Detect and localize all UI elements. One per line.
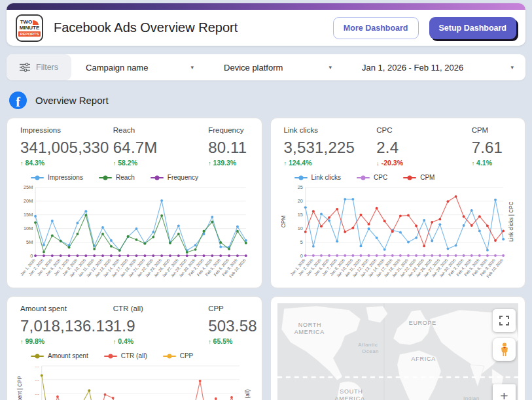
date-range-dropdown[interactable]: Jan 1, 2026 - Feb 11, 2026 ▾ — [362, 63, 514, 73]
kpi-label: Reach — [113, 126, 208, 134]
down-arrow-icon: ↓ — [376, 160, 380, 167]
amount-spent-ctr-cpp-chart[interactable]: ..................Jan 1, 2026Jan 2, 2026… — [16, 362, 253, 400]
map-zoom-in-button[interactable]: + — [493, 384, 516, 400]
legend-label: CPC — [374, 174, 387, 181]
legend-item[interactable]: Impressions — [31, 174, 83, 181]
legend-item[interactable]: CPC — [357, 174, 387, 181]
legend-label: Impressions — [48, 174, 83, 181]
logo-text-reports: REPORTS — [18, 31, 40, 37]
kpi-label: Amount spent — [20, 305, 113, 312]
svg-text:20: 20 — [297, 198, 302, 204]
kpi-cpm: CPM 7.61 ↑ 4.1% — [472, 126, 516, 167]
svg-text:25M: 25M — [24, 184, 33, 190]
kpi-delta: ↑ 65.5% — [208, 337, 252, 345]
filters-label: Filters — [36, 63, 58, 72]
kpi-value: 341,005,330 — [20, 139, 113, 157]
svg-text:...: ... — [35, 390, 39, 396]
header-gradient-bar — [7, 3, 525, 10]
legend-label: CPP — [180, 352, 194, 359]
kpi-label: Link clicks — [284, 126, 377, 134]
legend-item[interactable]: CPP — [163, 352, 194, 359]
kpi-delta: ↓ -20.3% — [376, 159, 471, 167]
map-label-europe: EUROPE — [408, 320, 436, 326]
kpi-reach: Reach 64.7M ↑ 58.2% — [113, 126, 208, 167]
legend-item[interactable]: CPM — [403, 174, 434, 181]
legend-item[interactable]: CTR (all) — [104, 352, 147, 359]
map-pegman-button[interactable] — [493, 338, 516, 361]
svg-text:10M: 10M — [24, 225, 33, 231]
legend-marker-icon — [31, 356, 44, 357]
kpi-ctr: CTR (all) 1.9 ↑ 0.4% — [113, 305, 208, 345]
chart-legend: Amount spentCTR (all)CPP — [16, 352, 253, 359]
filters-toggle[interactable]: Filters — [7, 54, 71, 80]
kpi-cpc: CPC 2.4 ↓ -20.3% — [376, 126, 471, 167]
kpi-value: 1.9 — [113, 317, 208, 335]
filters-bar: Filters Campaign name ▾ Device platform … — [7, 54, 525, 80]
legend-marker-icon — [163, 356, 176, 357]
setup-dashboard-button[interactable]: Setup Dashboard — [429, 17, 517, 39]
legend-marker-icon — [294, 177, 308, 178]
logo-pie-icon — [33, 20, 39, 25]
legend-item[interactable]: Link clicks — [294, 174, 342, 181]
filters-sliders-icon — [20, 63, 30, 72]
up-arrow-icon: ↑ — [20, 160, 24, 167]
section-title: Overview Report — [35, 95, 109, 106]
kpi-value: 80.11 — [208, 139, 252, 157]
up-arrow-icon: ↑ — [208, 339, 211, 345]
kpi-label: CTR (all) — [113, 305, 208, 312]
legend-item[interactable]: Reach — [99, 174, 135, 181]
map-label-africa: AFRICA — [411, 356, 435, 362]
impressions-reach-frequency-chart[interactable]: 05M10M15M20M25MJan 1, 2026Jan 2, 2026Jan… — [16, 184, 253, 280]
device-platform-dropdown[interactable]: Device platform ▾ — [224, 63, 332, 73]
campaign-name-dropdown[interactable]: Campaign name ▾ — [86, 63, 194, 73]
kpi-cpp: CPP 503.58 ↑ 65.5% — [208, 305, 252, 345]
page-title: Facebook Ads Overview Report — [54, 20, 238, 35]
svg-text:15: 15 — [297, 212, 302, 218]
legend-marker-icon — [357, 177, 370, 178]
svg-text:AMERICA: AMERICA — [294, 329, 324, 335]
kpi-value: 3,531,225 — [284, 139, 377, 157]
kpi-label: Frequency — [208, 126, 252, 134]
world-map-canvas: NORTH AMERICA Atlantic Ocean EUROPE AFRI… — [277, 303, 519, 400]
legend-item[interactable]: Amount spent — [31, 352, 88, 359]
kpi-delta: ↑ 124.4% — [284, 159, 377, 167]
legend-marker-icon — [403, 177, 416, 178]
device-platform-label: Device platform — [224, 63, 283, 73]
chevron-down-icon: ▾ — [329, 64, 332, 71]
chart-legend: ImpressionsReachFrequency — [16, 174, 253, 181]
chevron-down-icon: ▾ — [191, 64, 194, 71]
legend-item[interactable]: Frequency — [151, 174, 198, 181]
pegman-icon — [499, 342, 510, 357]
kpi-value: 2.4 — [376, 139, 471, 157]
link-clicks-card: Link clicks 3,531,225 ↑ 124.4% CPC 2.4 ↓… — [270, 118, 526, 288]
svg-text:CPM: CPM — [280, 216, 286, 227]
facebook-icon: f — [9, 92, 27, 109]
link-clicks-cpc-cpm-chart[interactable]: 0510152025Jan 1, 2026Jan 2, 2026Jan 5, 2… — [280, 184, 516, 280]
impressions-card: Impressions 341,005,330 ↑ 84.3% Reach 64… — [7, 118, 262, 288]
legend-marker-icon — [104, 356, 117, 357]
chart-legend: Link clicksCPCCPM — [280, 174, 516, 181]
map-fullscreen-button[interactable] — [493, 309, 516, 332]
campaign-name-label: Campaign name — [86, 63, 148, 73]
svg-text:5M: 5M — [26, 239, 33, 245]
map-label-atlantic-ocean: Atlantic — [358, 342, 378, 348]
world-map[interactable]: NORTH AMERICA Atlantic Ocean EUROPE AFRI… — [277, 303, 519, 400]
svg-text:10: 10 — [297, 225, 302, 231]
legend-label: Link clicks — [311, 174, 342, 181]
up-arrow-icon: ↑ — [208, 160, 211, 167]
up-arrow-icon: ↑ — [472, 160, 475, 167]
legend-marker-icon — [151, 177, 164, 178]
two-minute-reports-logo: TWO MINUTE REPORTS — [16, 14, 43, 42]
fullscreen-icon — [499, 316, 509, 325]
svg-text:CTR (all): CTR (all) — [245, 390, 251, 400]
legend-marker-icon — [99, 177, 112, 178]
kpi-impressions: Impressions 341,005,330 ↑ 84.3% — [20, 126, 113, 167]
geo-map-card: NORTH AMERICA Atlantic Ocean EUROPE AFRI… — [270, 296, 526, 400]
header: TWO MINUTE REPORTS Facebook Ads Overview… — [7, 3, 525, 46]
plus-icon: + — [500, 388, 508, 400]
kpi-delta: ↑ 4.1% — [472, 159, 516, 167]
up-arrow-icon: ↑ — [113, 339, 116, 345]
up-arrow-icon: ↑ — [284, 160, 287, 167]
kpi-delta: ↑ 99.8% — [20, 337, 113, 345]
more-dashboard-button[interactable]: More Dashboard — [333, 17, 419, 39]
